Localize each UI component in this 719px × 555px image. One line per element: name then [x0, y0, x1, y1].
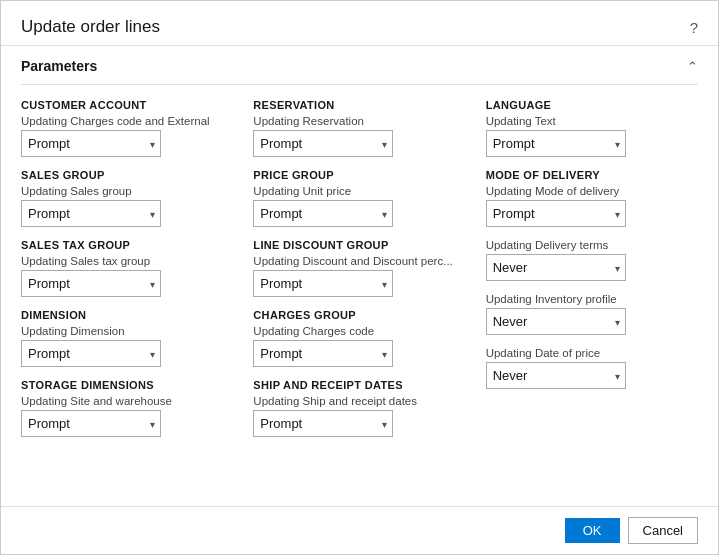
- param-field-label-2-0-0: Updating Text: [486, 115, 698, 127]
- param-group-2-2: Updating Delivery termsPromptNeverAlways…: [486, 239, 698, 281]
- param-group-2-3: Updating Inventory profilePromptNeverAlw…: [486, 293, 698, 335]
- param-group-label-2-1: MODE OF DELIVERY: [486, 169, 698, 181]
- param-field-label-1-4-0: Updating Ship and receipt dates: [253, 395, 465, 407]
- param-column-0: CUSTOMER ACCOUNTUpdating Charges code an…: [21, 99, 233, 449]
- param-select-wrapper-0-2-0: PromptNeverAlways▾: [21, 270, 161, 297]
- section-title: Parameters: [21, 58, 97, 74]
- update-order-lines-dialog: Update order lines ? Parameters ⌃ CUSTOM…: [0, 0, 719, 555]
- param-select-wrapper-1-2-0: PromptNeverAlways▾: [253, 270, 393, 297]
- params-grid: CUSTOMER ACCOUNTUpdating Charges code an…: [21, 99, 698, 449]
- param-field-label-2-2-0: Updating Delivery terms: [486, 239, 698, 251]
- param-field-label-0-0-0: Updating Charges code and External: [21, 115, 233, 127]
- param-group-label-0-4: STORAGE DIMENSIONS: [21, 379, 233, 391]
- collapse-icon[interactable]: ⌃: [687, 59, 698, 74]
- param-select-wrapper-2-1-0: PromptNeverAlways▾: [486, 200, 626, 227]
- param-group-label-1-2: LINE DISCOUNT GROUP: [253, 239, 465, 251]
- param-group-label-0-1: SALES GROUP: [21, 169, 233, 181]
- date-of-price-select[interactable]: PromptNeverAlways: [486, 362, 626, 389]
- param-group-0-0: CUSTOMER ACCOUNTUpdating Charges code an…: [21, 99, 233, 157]
- inventory-profile-select[interactable]: PromptNeverAlways: [486, 308, 626, 335]
- param-group-0-1: SALES GROUPUpdating Sales groupPromptNev…: [21, 169, 233, 227]
- dialog-footer: OK Cancel: [1, 506, 718, 554]
- language-select[interactable]: PromptNeverAlways: [486, 130, 626, 157]
- dialog-body: Parameters ⌃ CUSTOMER ACCOUNTUpdating Ch…: [1, 46, 718, 506]
- param-select-wrapper-1-0-0: PromptNeverAlways▾: [253, 130, 393, 157]
- param-group-2-4: Updating Date of pricePromptNeverAlways▾: [486, 347, 698, 389]
- param-select-wrapper-2-4-0: PromptNeverAlways▾: [486, 362, 626, 389]
- param-select-wrapper-1-3-0: PromptNeverAlways▾: [253, 340, 393, 367]
- param-select-wrapper-2-2-0: PromptNeverAlways▾: [486, 254, 626, 281]
- param-field-label-1-0-0: Updating Reservation: [253, 115, 465, 127]
- customer-account-select[interactable]: PromptNeverAlways: [21, 130, 161, 157]
- param-field-label-0-1-0: Updating Sales group: [21, 185, 233, 197]
- dialog-title: Update order lines: [21, 17, 160, 37]
- param-field-label-2-3-0: Updating Inventory profile: [486, 293, 698, 305]
- param-select-wrapper-1-4-0: PromptNeverAlways▾: [253, 410, 393, 437]
- parameters-section-header: Parameters ⌃: [21, 46, 698, 85]
- param-group-1-4: SHIP AND RECEIPT DATESUpdating Ship and …: [253, 379, 465, 437]
- param-group-label-1-0: RESERVATION: [253, 99, 465, 111]
- param-select-wrapper-0-1-0: PromptNeverAlways▾: [21, 200, 161, 227]
- param-field-label-0-3-0: Updating Dimension: [21, 325, 233, 337]
- mode-delivery-select[interactable]: PromptNeverAlways: [486, 200, 626, 227]
- param-field-label-2-4-0: Updating Date of price: [486, 347, 698, 359]
- ship-receipt-select[interactable]: PromptNeverAlways: [253, 410, 393, 437]
- param-field-label-2-1-0: Updating Mode of delivery: [486, 185, 698, 197]
- param-group-1-2: LINE DISCOUNT GROUPUpdating Discount and…: [253, 239, 465, 297]
- param-field-label-0-2-0: Updating Sales tax group: [21, 255, 233, 267]
- storage-dim-select[interactable]: PromptNeverAlways: [21, 410, 161, 437]
- delivery-terms-select[interactable]: PromptNeverAlways: [486, 254, 626, 281]
- param-field-label-1-3-0: Updating Charges code: [253, 325, 465, 337]
- param-select-wrapper-2-3-0: PromptNeverAlways▾: [486, 308, 626, 335]
- param-group-1-1: PRICE GROUPUpdating Unit pricePromptNeve…: [253, 169, 465, 227]
- param-column-2: LANGUAGEUpdating TextPromptNeverAlways▾M…: [486, 99, 698, 449]
- param-group-0-2: SALES TAX GROUPUpdating Sales tax groupP…: [21, 239, 233, 297]
- param-field-label-1-1-0: Updating Unit price: [253, 185, 465, 197]
- param-group-label-0-0: CUSTOMER ACCOUNT: [21, 99, 233, 111]
- param-group-label-0-3: DIMENSION: [21, 309, 233, 321]
- reservation-select[interactable]: PromptNeverAlways: [253, 130, 393, 157]
- charges-group-select[interactable]: PromptNeverAlways: [253, 340, 393, 367]
- param-group-2-0: LANGUAGEUpdating TextPromptNeverAlways▾: [486, 99, 698, 157]
- param-group-1-0: RESERVATIONUpdating ReservationPromptNev…: [253, 99, 465, 157]
- price-group-select[interactable]: PromptNeverAlways: [253, 200, 393, 227]
- param-group-label-2-0: LANGUAGE: [486, 99, 698, 111]
- param-field-label-0-4-0: Updating Site and warehouse: [21, 395, 233, 407]
- dimension-select[interactable]: PromptNeverAlways: [21, 340, 161, 367]
- sales-tax-group-select[interactable]: PromptNeverAlways: [21, 270, 161, 297]
- param-group-0-3: DIMENSIONUpdating DimensionPromptNeverAl…: [21, 309, 233, 367]
- line-discount-select[interactable]: PromptNeverAlways: [253, 270, 393, 297]
- param-group-label-1-3: CHARGES GROUP: [253, 309, 465, 321]
- param-field-label-1-2-0: Updating Discount and Discount perc...: [253, 255, 465, 267]
- sales-group-select[interactable]: PromptNeverAlways: [21, 200, 161, 227]
- param-group-label-1-1: PRICE GROUP: [253, 169, 465, 181]
- dialog-header: Update order lines ?: [1, 1, 718, 46]
- param-select-wrapper-1-1-0: PromptNeverAlways▾: [253, 200, 393, 227]
- cancel-button[interactable]: Cancel: [628, 517, 698, 544]
- param-select-wrapper-0-3-0: PromptNeverAlways▾: [21, 340, 161, 367]
- param-group-2-1: MODE OF DELIVERYUpdating Mode of deliver…: [486, 169, 698, 227]
- param-group-0-4: STORAGE DIMENSIONSUpdating Site and ware…: [21, 379, 233, 437]
- param-column-1: RESERVATIONUpdating ReservationPromptNev…: [253, 99, 465, 449]
- ok-button[interactable]: OK: [565, 518, 620, 543]
- param-group-label-1-4: SHIP AND RECEIPT DATES: [253, 379, 465, 391]
- param-select-wrapper-0-0-0: PromptNeverAlways▾: [21, 130, 161, 157]
- param-group-1-3: CHARGES GROUPUpdating Charges codePrompt…: [253, 309, 465, 367]
- param-select-wrapper-0-4-0: PromptNeverAlways▾: [21, 410, 161, 437]
- param-group-label-0-2: SALES TAX GROUP: [21, 239, 233, 251]
- help-icon[interactable]: ?: [690, 19, 698, 36]
- param-select-wrapper-2-0-0: PromptNeverAlways▾: [486, 130, 626, 157]
